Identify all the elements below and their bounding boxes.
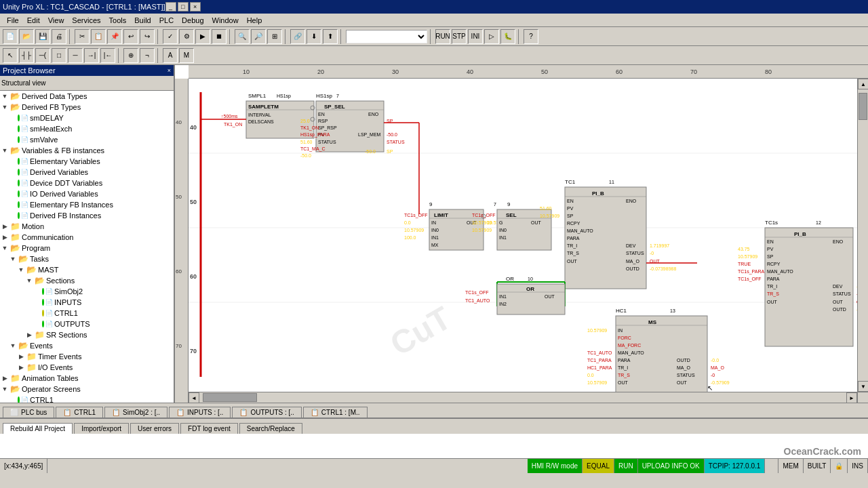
tb-fit[interactable]: ⊞ (267, 29, 282, 44)
horizontal-scrollbar[interactable]: ◄ ► (189, 392, 857, 403)
menu-tools[interactable]: Tools (105, 15, 131, 26)
tb-online[interactable]: 🔗 (290, 29, 305, 44)
menu-window[interactable]: Window (208, 15, 243, 26)
tab-plcbus[interactable]: ⬜ PLC bus (3, 407, 54, 418)
tab-ctrl1-mast[interactable]: 📋 CTRL1 : [M.. (303, 407, 368, 418)
tb-undo[interactable]: ↩ (123, 29, 138, 44)
menu-services[interactable]: Services (68, 15, 104, 26)
tb-help[interactable]: ? (524, 29, 538, 44)
menu-edit[interactable]: Edit (23, 15, 44, 26)
tree-item-22[interactable]: ▶📁SR Sections (0, 329, 174, 340)
tb-new[interactable]: 📄 (3, 29, 18, 44)
tb-check[interactable]: ✓ (163, 29, 178, 44)
tree-item-17[interactable]: ▼📂Sections (0, 275, 174, 286)
tree-item-0[interactable]: ▼📂Derived Data Types (0, 91, 174, 102)
ladder-canvas[interactable]: 40 50 60 70 SMPL1 SAMPLETM INTERVAL DELS… (189, 79, 868, 403)
tb-download[interactable]: ⬇ (307, 29, 321, 44)
tb2-block[interactable]: □ (52, 48, 66, 63)
close-button[interactable]: × (190, 2, 201, 12)
scroll-thumb-v[interactable] (859, 93, 867, 120)
menu-plc[interactable]: PLC (155, 15, 178, 26)
canvas-area[interactable]: 10 20 30 40 50 60 70 80 40 50 60 70 40 (175, 65, 868, 403)
menu-build[interactable]: Build (130, 15, 155, 26)
tab-outputs[interactable]: 📋 OUTPUTS : [.. (232, 407, 301, 418)
tb-upload[interactable]: ⬆ (323, 29, 338, 44)
tb-animate[interactable]: ▷ (484, 29, 499, 44)
tab-ctrl1[interactable]: 📋 CTRL1 (56, 407, 103, 418)
tb-save[interactable]: 💾 (35, 29, 50, 44)
tb-build[interactable]: ⚙ (179, 29, 194, 44)
tb-run[interactable]: ▶ (195, 29, 210, 44)
scroll-left-button[interactable]: ◄ (189, 392, 199, 403)
tb2-coil[interactable]: ─( (35, 48, 50, 63)
tree-item-3[interactable]: 📄smHeatExch (0, 123, 174, 134)
tb-copy[interactable]: 📋 (91, 29, 106, 44)
tree-item-12[interactable]: ▶📁Motion (0, 221, 174, 232)
tree-item-27[interactable]: ▼📂Operator Screens (0, 384, 174, 394)
scroll-down-button[interactable]: ▼ (858, 381, 868, 392)
tb-debug[interactable]: 🐛 (500, 29, 515, 44)
tree-item-11[interactable]: 📄Derived FB Instances (0, 210, 174, 221)
scroll-right-button[interactable]: ► (846, 392, 857, 403)
tb-zoom-in[interactable]: 🔍 (235, 29, 250, 44)
tab-simobj2[interactable]: 📋 SimObj2 : [.. (104, 407, 167, 418)
tb2-label[interactable]: |← (100, 48, 115, 63)
tb-plc-run[interactable]: RUN (435, 29, 450, 44)
scroll-thumb-h[interactable] (203, 393, 257, 402)
sidebar-tree[interactable]: ▼📂Derived Data Types▼📂Derived FB Types📄s… (0, 91, 174, 403)
tree-item-6[interactable]: 📄Elementary Variables (0, 156, 174, 167)
tree-item-7[interactable]: 📄Derived Variables (0, 167, 174, 178)
tb-plc-init[interactable]: INI (468, 29, 483, 44)
tb-redo[interactable]: ↪ (140, 29, 155, 44)
tb2-select[interactable]: ↖ (3, 48, 18, 63)
tree-item-5[interactable]: ▼📂Variables & FB instances (0, 145, 174, 156)
menu-view[interactable]: View (44, 15, 68, 26)
tb2-contact[interactable]: ┤├ (19, 48, 34, 63)
menu-debug[interactable]: Debug (178, 15, 208, 26)
tb-zoom-out[interactable]: 🔎 (251, 29, 266, 44)
tb2-jump[interactable]: →| (84, 48, 99, 63)
tree-item-13[interactable]: ▶📁Communication (0, 232, 174, 243)
scroll-up-button[interactable]: ▲ (858, 79, 868, 89)
tree-item-20[interactable]: 📄CTRL1 (0, 308, 174, 319)
tree-item-9[interactable]: 📄IO Derived Variables (0, 188, 174, 199)
tree-item-28[interactable]: 📄CTRL1 (0, 394, 174, 403)
tb2-not[interactable]: ¬ (140, 48, 155, 63)
tb-cut[interactable]: ✂ (75, 29, 90, 44)
tab-inputs[interactable]: 📋 INPUTS : [.. (169, 407, 231, 418)
tb-target-select[interactable] (346, 30, 427, 43)
tree-item-10[interactable]: 📄Elementary FB Instances (0, 199, 174, 210)
tree-item-16[interactable]: ▼📂MAST (0, 264, 174, 275)
tree-item-23[interactable]: ▼📂Events (0, 340, 174, 351)
tree-item-1[interactable]: ▼📂Derived FB Types (0, 102, 174, 113)
tb-print[interactable]: 🖨 (52, 29, 66, 44)
sidebar-close-button[interactable]: × (167, 67, 171, 74)
tb-paste[interactable]: 📌 (107, 29, 122, 44)
output-tab-errors[interactable]: User errors (130, 423, 179, 434)
tree-item-25[interactable]: ▶📁I/O Events (0, 362, 174, 373)
tree-item-4[interactable]: 📄smValve (0, 134, 174, 145)
minimize-button[interactable]: _ (165, 2, 176, 12)
menu-file[interactable]: File (3, 15, 23, 26)
tree-item-2[interactable]: 📄smDELAY (0, 113, 174, 123)
output-tab-import[interactable]: Import/export (74, 423, 129, 434)
tree-item-14[interactable]: ▼📂Program (0, 243, 174, 253)
tb2-monitor[interactable]: M (179, 48, 194, 63)
output-tab-rebuild[interactable]: Rebuild All Project (3, 423, 73, 434)
tree-item-8[interactable]: 📄Device DDT Variables (0, 178, 174, 188)
vertical-scrollbar[interactable]: ▲ ▼ (857, 79, 868, 392)
tb-stop[interactable]: ⏹ (212, 29, 226, 44)
output-tab-fdt[interactable]: FDT log event (180, 423, 238, 434)
tree-item-26[interactable]: ▶📁Animation Tables (0, 373, 174, 384)
tb-plc-stop[interactable]: STP (452, 29, 467, 44)
tb2-or[interactable]: ⊕ (123, 48, 138, 63)
tree-item-19[interactable]: 📄INPUTS (0, 297, 174, 308)
tree-item-15[interactable]: ▼📂Tasks (0, 253, 174, 264)
tb2-animate-on[interactable]: A (163, 48, 178, 63)
tree-item-18[interactable]: 📄SimObj2 (0, 286, 174, 297)
tree-item-24[interactable]: ▶📁Timer Events (0, 351, 174, 362)
menu-help[interactable]: Help (243, 15, 267, 26)
restore-button[interactable]: □ (178, 2, 189, 12)
tb2-wire[interactable]: ─ (68, 48, 83, 63)
tree-item-21[interactable]: 📄OUTPUTS (0, 319, 174, 329)
